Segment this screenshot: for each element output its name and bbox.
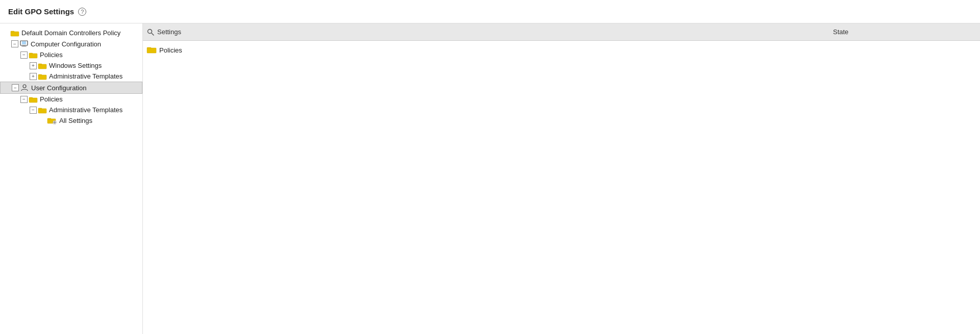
help-icon[interactable]: ? [78,8,86,16]
content-panel: Settings State Policies [143,23,980,334]
sidebar-item-label: Default Domain Controllers Policy [21,29,120,37]
folder-icon [147,46,156,54]
sidebar-item-user-configuration[interactable]: − User Configuration [0,82,142,94]
sidebar-item-label: Policies [40,51,63,59]
content-header: Settings State [143,23,980,41]
content-row-policies[interactable]: Policies [143,43,980,57]
svg-rect-4 [22,45,26,46]
svg-rect-3 [22,41,26,44]
sidebar-item-windows-settings[interactable]: + Windows Settings [0,60,142,71]
sidebar-item-label: Administrative Templates [49,106,122,114]
svg-point-22 [148,29,152,33]
svg-rect-0 [11,32,19,36]
sidebar-item-label: Computer Configuration [31,40,101,48]
expand-icon[interactable]: − [11,40,18,47]
sidebar-item-label: Administrative Templates [49,72,122,80]
search-icon [147,29,154,36]
sidebar-item-all-settings[interactable]: All Settings [0,115,142,126]
folder-icon [29,96,37,102]
expand-icon[interactable]: − [20,52,28,59]
svg-rect-25 [147,47,151,48]
folder-gear-icon [47,117,57,124]
col-state-header: State [833,28,976,36]
expand-icon[interactable]: + [30,62,37,69]
sidebar-item-label: All Settings [59,117,92,124]
sidebar-item-computer-configuration[interactable]: − Computer Configuration [0,38,142,49]
expand-icon[interactable]: − [30,107,37,114]
expand-icon[interactable]: + [30,73,37,80]
svg-rect-11 [38,74,42,75]
svg-point-12 [23,85,26,88]
svg-rect-18 [47,118,51,119]
row-label: Policies [159,46,833,54]
sidebar-item-label: Windows Settings [49,62,102,69]
svg-rect-14 [29,97,33,98]
sidebar-item-label: Policies [40,95,63,103]
svg-rect-8 [38,64,46,69]
svg-rect-7 [29,53,33,54]
state-column-header: State [833,28,848,36]
sidebar-item-admin-templates-2[interactable]: − Administrative Templates [0,105,142,115]
folder-icon [11,30,19,36]
sidebar-item-label: User Configuration [31,84,86,92]
svg-rect-10 [38,75,46,80]
svg-rect-9 [38,64,42,65]
sidebar-item-admin-templates-1[interactable]: + Administrative Templates [0,71,142,82]
col-settings-header: Settings [147,28,833,36]
folder-icon [29,52,37,58]
svg-line-23 [152,33,154,35]
content-body: Policies [143,41,980,334]
computer-icon [20,40,28,48]
svg-rect-15 [38,109,46,113]
main-layout: Default Domain Controllers Policy − Comp… [0,23,980,334]
expand-icon[interactable]: − [20,96,28,103]
sidebar-tree: Default Domain Controllers Policy − Comp… [0,23,143,334]
svg-rect-6 [29,54,37,58]
sidebar-item-policies-2[interactable]: − Policies [0,94,142,105]
page-title: Edit GPO Settings [8,7,74,16]
svg-rect-13 [29,98,37,102]
svg-rect-16 [38,108,42,109]
folder-icon [38,63,46,69]
svg-rect-24 [147,48,156,53]
user-icon [20,84,29,92]
sidebar-item-default-domain-controllers-policy[interactable]: Default Domain Controllers Policy [0,28,142,38]
folder-icon [38,73,46,80]
sidebar-item-policies-1[interactable]: − Policies [0,49,142,60]
folder-icon [38,107,46,113]
settings-column-header: Settings [157,28,181,36]
svg-rect-1 [11,31,14,32]
expand-icon[interactable]: − [12,84,19,91]
top-bar: Edit GPO Settings ? [0,0,980,23]
svg-rect-5 [21,46,27,47]
